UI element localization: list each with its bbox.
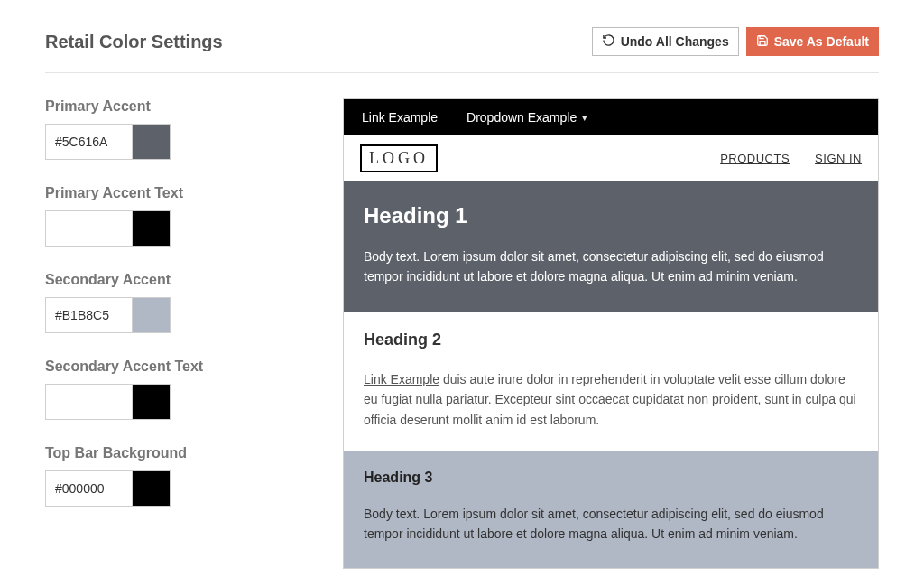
color-settings-panel: Primary Accent Primary Accent Text Secon… [45, 98, 298, 569]
heading-3: Heading 3 [364, 470, 858, 486]
save-icon [756, 34, 769, 50]
heading-1: Heading 1 [364, 203, 858, 228]
nav-signin-link[interactable]: SIGN IN [815, 152, 862, 165]
page-title: Retail Color Settings [45, 32, 223, 52]
heading-2: Heading 2 [364, 330, 858, 349]
topbar-bg-swatch[interactable] [132, 471, 170, 506]
preview-section-2: Heading 2 Link Example duis aute irure d… [344, 312, 878, 451]
topbar-bg-input[interactable] [46, 471, 132, 506]
primary-accent-text-swatch[interactable] [132, 211, 170, 246]
save-default-button[interactable]: Save As Default [746, 27, 879, 56]
secondary-accent-input[interactable] [46, 298, 132, 332]
secondary-accent-label: Secondary Accent [45, 272, 298, 288]
preview-pane: Link Example Dropdown Example ▾ LOGO PRO… [343, 98, 879, 569]
primary-accent-input[interactable] [46, 125, 132, 159]
undo-all-button[interactable]: Undo All Changes [592, 27, 739, 56]
section3-body: Body text. Lorem ipsum dolor sit amet, c… [364, 504, 858, 544]
chevron-down-icon: ▾ [582, 112, 587, 124]
primary-accent-text-label: Primary Accent Text [45, 185, 298, 201]
primary-accent-swatch[interactable] [132, 125, 170, 159]
undo-all-label: Undo All Changes [621, 34, 729, 49]
secondary-accent-text-label: Secondary Accent Text [45, 358, 298, 375]
save-default-label: Save As Default [774, 34, 869, 49]
primary-accent-label: Primary Accent [45, 98, 298, 115]
topbar-dropdown-example[interactable]: Dropdown Example ▾ [467, 110, 587, 125]
topbar-link-example[interactable]: Link Example [362, 110, 438, 125]
preview-section-3: Heading 3 Body text. Lorem ipsum dolor s… [344, 451, 878, 568]
secondary-accent-text-swatch[interactable] [132, 385, 170, 419]
topbar-bg-label: Top Bar Background [45, 445, 298, 461]
secondary-accent-text-input[interactable] [46, 385, 132, 419]
secondary-accent-swatch[interactable] [132, 298, 170, 332]
section2-body: Link Example duis aute irure dolor in re… [364, 369, 858, 430]
logo: LOGO [360, 144, 438, 172]
topbar-dropdown-label: Dropdown Example [467, 110, 577, 125]
preview-hero: Heading 1 Body text. Lorem ipsum dolor s… [344, 181, 878, 312]
section2-link[interactable]: Link Example [364, 372, 439, 386]
undo-icon [602, 33, 615, 50]
hero-body: Body text. Lorem ipsum dolor sit amet, c… [364, 247, 858, 287]
primary-accent-text-input[interactable] [46, 211, 132, 246]
preview-topbar: Link Example Dropdown Example ▾ [344, 99, 878, 135]
nav-products-link[interactable]: PRODUCTS [720, 152, 790, 165]
